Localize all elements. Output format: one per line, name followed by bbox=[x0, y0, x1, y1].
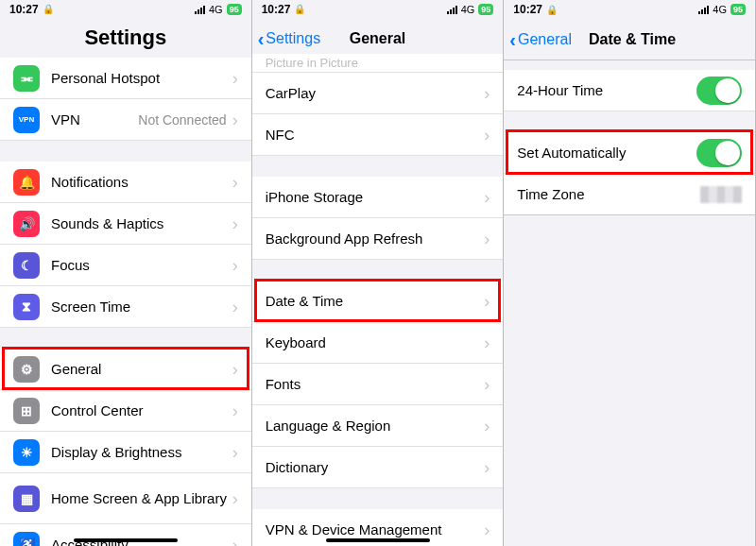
row-nfc[interactable]: NFC › bbox=[252, 114, 504, 156]
row-label: Display & Brightness bbox=[51, 444, 232, 461]
nav-bar: ‹ General Date & Time bbox=[504, 19, 755, 60]
network-label: 4G bbox=[209, 4, 223, 15]
status-left: 10:27 🔒 bbox=[262, 3, 306, 16]
chevron-left-icon: ‹ bbox=[258, 29, 265, 48]
signal-icon bbox=[447, 5, 457, 14]
group-separator bbox=[252, 156, 504, 177]
row-vpn[interactable]: VPN VPN Not Connected › bbox=[0, 99, 251, 141]
gear-icon: ⚙ bbox=[13, 356, 40, 383]
chevron-right-icon: › bbox=[232, 402, 238, 419]
date-time-list[interactable]: 24-Hour Time Set Automatically Time Zone bbox=[504, 60, 755, 546]
row-carplay[interactable]: CarPlay › bbox=[252, 73, 504, 114]
back-button[interactable]: ‹ General bbox=[504, 30, 572, 49]
row-screen-time[interactable]: ⧗ Screen Time › bbox=[0, 286, 251, 328]
chevron-right-icon: › bbox=[484, 334, 490, 351]
row-background-app-refresh[interactable]: Background App Refresh › bbox=[252, 218, 504, 260]
chevron-right-icon: › bbox=[484, 85, 490, 102]
row-label: Sounds & Haptics bbox=[51, 215, 232, 232]
chevron-left-icon: ‹ bbox=[509, 30, 516, 49]
battery-icon: 95 bbox=[478, 4, 493, 15]
row-general[interactable]: ⚙ General › bbox=[0, 349, 251, 390]
row-iphone-storage[interactable]: iPhone Storage › bbox=[252, 177, 504, 218]
vpn-icon: VPN bbox=[13, 107, 40, 133]
row-label: CarPlay bbox=[266, 85, 485, 102]
nav-bar: Settings bbox=[0, 18, 251, 58]
row-date-time[interactable]: Date & Time › bbox=[252, 281, 504, 322]
group-separator bbox=[504, 111, 755, 132]
row-label: Time Zone bbox=[517, 186, 700, 203]
network-label: 4G bbox=[461, 4, 475, 15]
signal-icon bbox=[195, 5, 205, 14]
status-time: 10:27 bbox=[513, 3, 542, 16]
sun-icon: ☀ bbox=[13, 439, 40, 466]
general-screen: 10:27 🔒 4G 95 ‹ Settings General Picture… bbox=[252, 0, 505, 546]
group-separator bbox=[0, 141, 251, 162]
battery-icon: 95 bbox=[730, 4, 746, 15]
rotation-lock-icon: 🔒 bbox=[546, 5, 558, 15]
chevron-right-icon: › bbox=[484, 127, 490, 144]
group-separator bbox=[0, 328, 251, 349]
chevron-right-icon: › bbox=[484, 189, 490, 206]
network-label: 4G bbox=[713, 4, 727, 15]
row-label: Home Screen & App Library bbox=[51, 490, 232, 507]
group-separator bbox=[504, 60, 755, 70]
time-zone-value-blurred bbox=[700, 186, 742, 203]
home-indicator[interactable] bbox=[326, 538, 430, 542]
status-bar: 10:27 🔒 4G 95 bbox=[252, 0, 504, 19]
chevron-right-icon: › bbox=[484, 521, 490, 538]
chevron-right-icon: › bbox=[232, 257, 238, 274]
home-indicator[interactable] bbox=[74, 538, 178, 542]
toggle-set-automatically[interactable] bbox=[696, 139, 742, 167]
row-control-center[interactable]: ⊞ Control Center › bbox=[0, 390, 251, 432]
row-label: Notifications bbox=[51, 174, 232, 191]
row-label: General bbox=[51, 361, 232, 378]
row-home-screen[interactable]: ▦ Home Screen & App Library › bbox=[0, 473, 251, 524]
row-display-brightness[interactable]: ☀ Display & Brightness › bbox=[0, 432, 251, 473]
chevron-right-icon: › bbox=[232, 490, 238, 507]
group-separator bbox=[252, 260, 504, 281]
row-fonts[interactable]: Fonts › bbox=[252, 364, 504, 405]
row-label: NFC bbox=[266, 127, 485, 144]
back-label: Settings bbox=[266, 30, 320, 47]
speaker-icon: 🔊 bbox=[13, 211, 40, 237]
row-picture-in-picture[interactable]: Picture in Picture bbox=[252, 54, 504, 73]
grid-icon: ▦ bbox=[13, 486, 40, 512]
row-label: VPN bbox=[51, 111, 138, 128]
status-right: 4G 95 bbox=[698, 4, 746, 15]
status-time: 10:27 bbox=[9, 3, 39, 16]
row-label: Keyboard bbox=[266, 334, 485, 351]
row-accessibility[interactable]: ♿ Accessibility › bbox=[0, 524, 251, 546]
rotation-lock-icon: 🔒 bbox=[43, 4, 54, 14]
row-keyboard[interactable]: Keyboard › bbox=[252, 322, 504, 364]
chevron-right-icon: › bbox=[484, 376, 490, 393]
chevron-right-icon: › bbox=[232, 174, 238, 191]
chevron-right-icon: › bbox=[232, 299, 238, 316]
moon-icon: ☾ bbox=[13, 252, 40, 279]
row-language-region[interactable]: Language & Region › bbox=[252, 405, 504, 447]
row-set-automatically[interactable]: Set Automatically bbox=[504, 132, 755, 174]
row-label: Set Automatically bbox=[517, 145, 696, 162]
toggle-24-hour-time[interactable] bbox=[696, 77, 742, 105]
chevron-right-icon: › bbox=[232, 111, 238, 128]
row-focus[interactable]: ☾ Focus › bbox=[0, 245, 251, 286]
chevron-right-icon: › bbox=[484, 293, 490, 310]
row-notifications[interactable]: 🔔 Notifications › bbox=[0, 162, 251, 203]
page-title: Date & Time bbox=[589, 31, 676, 48]
link-icon: ⫘ bbox=[13, 65, 40, 92]
page-title: General bbox=[350, 30, 406, 47]
row-label: Focus bbox=[51, 257, 232, 274]
row-label: Fonts bbox=[266, 376, 485, 393]
row-24-hour-time[interactable]: 24-Hour Time bbox=[504, 70, 755, 111]
general-list[interactable]: Picture in Picture CarPlay › NFC › iPhon… bbox=[252, 54, 504, 546]
row-label: VPN & Device Management bbox=[266, 521, 485, 538]
row-label: 24-Hour Time bbox=[517, 82, 696, 99]
status-right: 4G 95 bbox=[447, 4, 494, 15]
back-button[interactable]: ‹ Settings bbox=[252, 29, 320, 48]
row-time-zone[interactable]: Time Zone bbox=[504, 174, 755, 215]
row-label: Personal Hotspot bbox=[51, 70, 232, 87]
row-personal-hotspot[interactable]: ⫘ Personal Hotspot › bbox=[0, 58, 251, 99]
row-dictionary[interactable]: Dictionary › bbox=[252, 447, 504, 488]
settings-list[interactable]: ⫘ Personal Hotspot › VPN VPN Not Connect… bbox=[0, 58, 251, 546]
signal-icon bbox=[698, 5, 709, 14]
row-sounds-haptics[interactable]: 🔊 Sounds & Haptics › bbox=[0, 203, 251, 245]
